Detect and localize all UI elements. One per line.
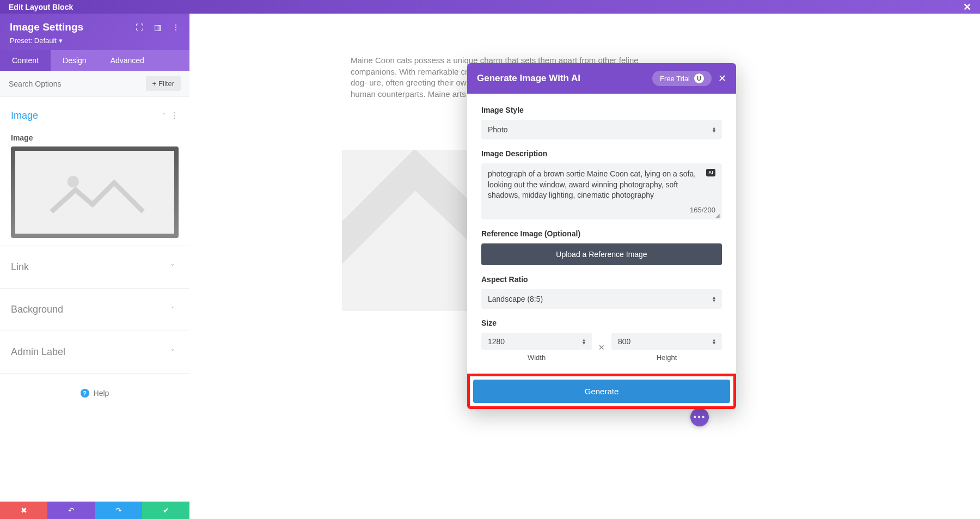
chevron-down-icon: ˅	[171, 349, 174, 356]
image-description-textarea[interactable]	[488, 169, 700, 202]
redo-icon: ↷	[115, 506, 122, 515]
stepper-arrows-icon: ▴▾	[583, 338, 585, 345]
save-button[interactable]: ✔	[142, 502, 189, 519]
modal-header: Generate Image With AI Free Trial U ✕	[467, 63, 736, 94]
char-count: 165/200	[488, 206, 715, 214]
image-placeholder-icon	[39, 163, 150, 221]
settings-sidebar: Image Settings ⛶ ▥ ⋮ Preset: Default ▾ C…	[0, 14, 189, 519]
chevron-down-icon: ˅	[171, 264, 174, 271]
aspect-ratio-label: Aspect Ratio	[481, 275, 722, 284]
section-link[interactable]: Link ˅	[11, 254, 179, 280]
top-bar-title: Edit Layout Block	[9, 3, 73, 11]
image-style-label: Image Style	[481, 106, 722, 114]
close-icon: ✖	[21, 506, 27, 515]
sidebar-header: Image Settings ⛶ ▥ ⋮ Preset: Default ▾	[0, 14, 189, 50]
user-avatar: U	[694, 74, 704, 83]
sidebar-title: Image Settings	[10, 21, 83, 33]
bottom-actions: ✖ ↶ ↷ ✔	[0, 502, 189, 519]
section-background[interactable]: Background ˅	[11, 296, 179, 323]
search-input[interactable]	[9, 80, 146, 88]
help-icon: ?	[81, 389, 89, 398]
select-arrows-icon: ▴▾	[713, 296, 715, 302]
check-icon: ✔	[163, 506, 169, 515]
ai-badge[interactable]: AI	[706, 169, 715, 176]
columns-icon[interactable]: ▥	[154, 23, 161, 32]
help-link[interactable]: ? Help	[11, 381, 179, 405]
upload-reference-button[interactable]: Upload a Reference Image	[481, 243, 722, 265]
tab-advanced[interactable]: Advanced	[99, 50, 156, 71]
image-preview[interactable]	[11, 146, 179, 238]
image-style-select[interactable]: Photo ▴▾	[481, 120, 722, 139]
undo-button[interactable]: ↶	[47, 502, 95, 519]
width-input[interactable]: 1280 ▴▾	[481, 333, 592, 350]
section-more-icon[interactable]: ⋮	[170, 111, 179, 121]
aspect-ratio-select[interactable]: Landscape (8:5) ▴▾	[481, 289, 722, 309]
section-image[interactable]: Image ˄ ⋮	[11, 102, 179, 129]
discard-button[interactable]: ✖	[0, 502, 47, 519]
close-icon[interactable]: ✕	[963, 1, 971, 13]
section-admin-label[interactable]: Admin Label ˅	[11, 339, 179, 365]
svg-rect-0	[46, 163, 143, 221]
stepper-arrows-icon: ▴▾	[713, 338, 715, 345]
height-label: Height	[611, 353, 722, 362]
image-description-label: Image Description	[481, 149, 722, 158]
image-field-label: Image	[11, 133, 179, 142]
fab-more-button[interactable]: •••	[690, 408, 709, 426]
filter-button[interactable]: +Filter	[146, 76, 181, 91]
chevron-up-icon: ˄	[162, 112, 166, 120]
settings-tabs: Content Design Advanced	[0, 50, 189, 71]
undo-icon: ↶	[68, 506, 75, 515]
dots-icon: •••	[694, 412, 706, 422]
plus-icon: +	[152, 80, 157, 88]
search-row: +Filter	[0, 71, 189, 97]
preset-dropdown[interactable]: Preset: Default ▾	[10, 36, 180, 45]
trial-badge[interactable]: Free Trial U	[652, 71, 712, 86]
ai-modal: Generate Image With AI Free Trial U ✕ Im…	[467, 63, 736, 409]
multiply-icon: ✕	[598, 343, 605, 352]
modal-title: Generate Image With AI	[477, 73, 580, 84]
redo-button[interactable]: ↷	[95, 502, 142, 519]
tab-content[interactable]: Content	[0, 50, 51, 71]
chevron-down-icon: ˅	[171, 306, 174, 314]
modal-close-icon[interactable]: ✕	[718, 72, 726, 84]
reference-image-label: Reference Image (Optional)	[481, 229, 722, 238]
more-icon[interactable]: ⋮	[172, 23, 180, 32]
tab-design[interactable]: Design	[51, 50, 99, 71]
select-arrows-icon: ▴▾	[713, 126, 715, 133]
size-label: Size	[481, 319, 722, 327]
modal-footer-highlight: Generate	[467, 374, 736, 409]
top-bar: Edit Layout Block ✕	[0, 0, 980, 14]
height-input[interactable]: 800 ▴▾	[611, 333, 722, 350]
width-label: Width	[481, 353, 592, 362]
expand-icon[interactable]: ⛶	[136, 23, 143, 32]
resize-handle-icon[interactable]: ◢	[715, 212, 720, 218]
chevron-down-icon: ▾	[59, 36, 63, 45]
generate-button[interactable]: Generate	[473, 380, 730, 403]
svg-point-1	[67, 176, 78, 187]
